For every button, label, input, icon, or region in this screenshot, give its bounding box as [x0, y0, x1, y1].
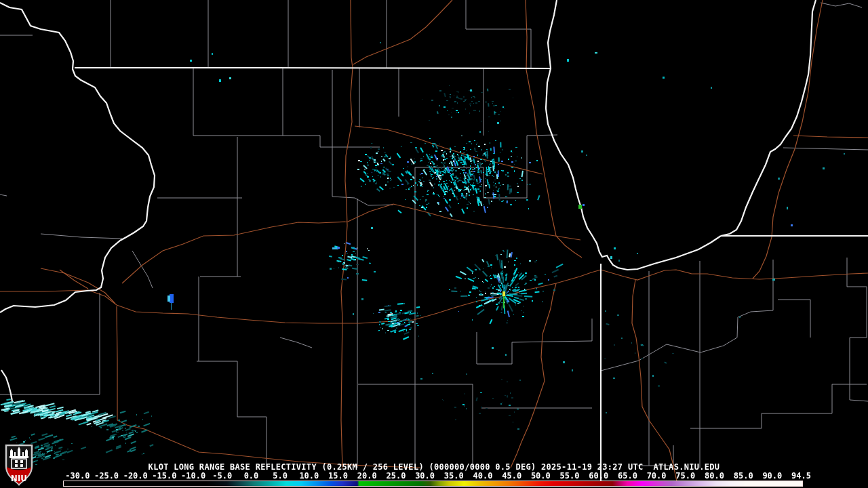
scale-label: 80.0: [700, 471, 729, 481]
scale-label: -15.0: [150, 471, 179, 481]
scale-label: 70.0: [642, 471, 671, 481]
scale-label: -10.0: [179, 471, 208, 481]
reflectivity-colorbar: [63, 481, 803, 487]
radar-echo-layer: [0, 0, 868, 488]
scale-label: 90.0: [758, 471, 787, 481]
scale-label: 85.0: [729, 471, 758, 481]
scale-label: 60.0: [584, 471, 613, 481]
scale-label: 65.0: [613, 471, 642, 481]
scale-label: -20.0: [121, 471, 150, 481]
scale-label: 5.0: [266, 471, 295, 481]
scale-label: -30.0: [63, 471, 92, 481]
scale-label: 20.0: [353, 471, 382, 481]
colorbar-scale-labels: -30.0-25.0-20.0-15.0-10.0-5.00.05.010.01…: [63, 471, 816, 481]
scale-label: 15.0: [323, 471, 353, 481]
product-title: KLOT LONG RANGE BASE REFLECTIVITY (0.25K…: [0, 462, 868, 472]
scale-label: 45.0: [497, 471, 526, 481]
scale-label: 0.0: [237, 471, 266, 481]
scale-label: 94.5: [787, 471, 816, 481]
radar-map-screen: NIU KLOT LONG RANGE BASE REFLECTIVITY (0…: [0, 0, 868, 488]
scale-label: 50.0: [526, 471, 555, 481]
scale-label: -25.0: [92, 471, 121, 481]
niu-logo-text: NIU: [11, 474, 27, 483]
scale-label: 40.0: [469, 471, 498, 481]
scale-label: 55.0: [555, 471, 585, 481]
scale-label: 75.0: [671, 471, 700, 481]
scale-label: 35.0: [439, 471, 469, 481]
scale-label: -5.0: [208, 471, 237, 481]
scale-label: 10.0: [295, 471, 324, 481]
scale-label: 25.0: [382, 471, 411, 481]
scale-label: 30.0: [410, 471, 439, 481]
